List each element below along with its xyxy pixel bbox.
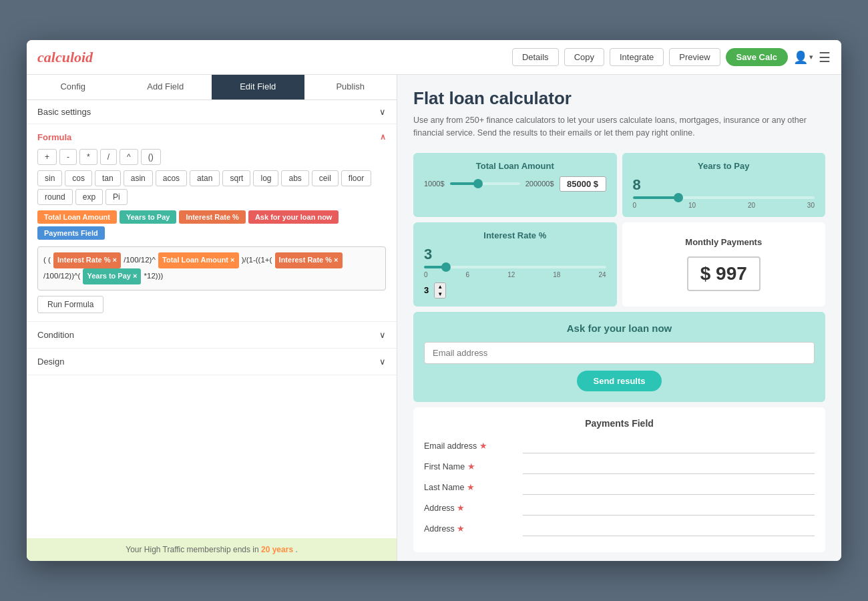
years-value-display: 8 — [633, 176, 815, 194]
math-cos[interactable]: cos — [65, 170, 92, 186]
bottom-period: . — [295, 545, 297, 554]
ask-loan-title: Ask for your loan now — [424, 323, 815, 334]
tab-config[interactable]: Config — [27, 75, 120, 99]
math-divide[interactable]: / — [100, 149, 117, 165]
monthly-payments-value: $ 997 — [687, 256, 761, 291]
payment-row-address1: Address ★ — [424, 500, 815, 516]
expr-interest-rate-2: Interest Rate % × — [275, 252, 343, 268]
expr-total-loan: Total Loan Amount × — [158, 252, 238, 268]
math-sqrt[interactable]: sqrt — [222, 170, 250, 186]
tab-publish[interactable]: Publish — [304, 75, 397, 99]
field-tag-total-loan[interactable]: Total Loan Amount — [37, 210, 117, 224]
math-multiply[interactable]: * — [79, 149, 97, 165]
bottom-highlight: 20 years — [261, 545, 293, 554]
payment-row-lastname: Last Name ★ — [424, 479, 815, 495]
monthly-payments-title: Monthly Payments — [685, 237, 762, 247]
math-sin[interactable]: sin — [37, 170, 62, 186]
payment-lastname-input[interactable] — [523, 479, 815, 495]
basic-settings-header[interactable]: Basic settings ∨ — [27, 100, 397, 124]
payment-address2-input[interactable] — [523, 521, 815, 536]
years-to-pay-title: Years to Pay — [633, 161, 815, 171]
main-content: Config Add Field Edit Field Publish Basi… — [27, 75, 841, 561]
bottom-notice: Your High Traffic membership ends in 20 … — [27, 538, 397, 561]
field-tag-years[interactable]: Years to Pay — [120, 210, 176, 224]
send-results-button[interactable]: Send results — [577, 371, 661, 391]
formula-expression: ( ( Interest Rate % × /100/12)^ Total Lo… — [37, 246, 386, 290]
math-parens[interactable]: () — [141, 149, 161, 165]
total-loan-track[interactable] — [450, 182, 520, 185]
payment-email-label: Email address ★ — [424, 441, 517, 451]
payment-address1-label: Address ★ — [424, 503, 517, 513]
payment-firstname-input[interactable] — [523, 459, 815, 474]
years-thumb[interactable] — [674, 193, 683, 202]
design-label: Design — [37, 357, 64, 367]
math-ops-grid: + - * / ^ () — [37, 149, 386, 165]
preview-button[interactable]: Preview — [669, 48, 720, 66]
total-loan-widget: Total Loan Amount 1000$ 200000$ 85000 $ — [413, 153, 617, 217]
total-loan-thumb[interactable] — [473, 179, 483, 188]
avatar-button[interactable]: 👤 ▾ — [793, 50, 813, 65]
save-button[interactable]: Save Calc — [726, 48, 788, 66]
math-minus[interactable]: - — [59, 149, 77, 165]
years-track[interactable] — [633, 196, 815, 199]
monthly-payments-widget: Monthly Payments $ 997 — [622, 222, 826, 307]
design-chevron: ∨ — [379, 357, 386, 367]
copy-button[interactable]: Copy — [564, 48, 604, 66]
formula-label: Formula — [37, 132, 71, 142]
interest-rate-widget: Interest Rate % 3 06121824 3 ▲ — [413, 222, 617, 307]
math-floor[interactable]: floor — [341, 170, 371, 186]
math-tan[interactable]: tan — [95, 170, 121, 186]
ask-loan-section: Ask for your loan now Send results — [413, 312, 825, 402]
total-loan-min: 1000$ — [424, 180, 445, 188]
payments-title: Payments Field — [424, 418, 815, 429]
tab-add-field[interactable]: Add Field — [120, 75, 212, 99]
payment-email-input[interactable] — [523, 438, 815, 453]
total-loan-title: Total Loan Amount — [424, 161, 606, 171]
run-formula-button[interactable]: Run Formula — [37, 296, 103, 313]
field-tags: Total Loan Amount Years to Pay Interest … — [37, 210, 386, 240]
payment-firstname-label: First Name ★ — [424, 461, 517, 471]
hamburger-icon[interactable]: ☰ — [819, 49, 831, 65]
details-button[interactable]: Details — [512, 48, 559, 66]
math-log[interactable]: log — [253, 170, 278, 186]
mid-widgets-grid: Interest Rate % 3 06121824 3 ▲ — [413, 222, 825, 307]
math-round[interactable]: round — [37, 189, 73, 205]
interest-track[interactable] — [424, 266, 606, 268]
math-abs[interactable]: abs — [281, 170, 308, 186]
years-fill — [633, 196, 678, 199]
interest-down[interactable]: ▼ — [435, 290, 445, 298]
interest-rate-title: Interest Rate % — [424, 230, 606, 240]
field-tag-ask-loan[interactable]: Ask for your loan now — [248, 210, 339, 224]
formula-section: Formula ∧ + - * / ^ () sin cos tan asin — [27, 124, 397, 322]
math-atan[interactable]: atan — [190, 170, 220, 186]
interest-value: 3 — [424, 246, 432, 262]
field-tag-payments[interactable]: Payments Field — [37, 226, 105, 240]
condition-section[interactable]: Condition ∨ — [27, 322, 397, 349]
math-plus[interactable]: + — [37, 149, 57, 165]
payment-lastname-label: Last Name ★ — [424, 482, 517, 492]
math-exp[interactable]: exp — [75, 189, 103, 205]
integrate-button[interactable]: Integrate — [610, 48, 664, 66]
top-widgets-grid: Total Loan Amount 1000$ 200000$ 85000 $ — [413, 153, 825, 217]
math-power[interactable]: ^ — [120, 149, 138, 165]
calc-description: Use any from 250+ finance calculators to… — [413, 114, 825, 140]
payment-address1-input[interactable] — [523, 500, 815, 516]
math-acos[interactable]: acos — [156, 170, 187, 186]
avatar-chevron: ▾ — [809, 53, 813, 61]
loan-email-input[interactable] — [424, 342, 815, 364]
interest-up[interactable]: ▲ — [435, 283, 445, 290]
years-markers: 0102030 — [633, 202, 815, 209]
math-ceil[interactable]: ceil — [312, 170, 339, 186]
design-section[interactable]: Design ∨ — [27, 349, 397, 375]
left-panel: Config Add Field Edit Field Publish Basi… — [27, 75, 397, 561]
tab-edit-field[interactable]: Edit Field — [212, 75, 304, 99]
total-loan-slider-row: 1000$ 200000$ 85000 $ — [424, 176, 606, 192]
math-pi[interactable]: Pi — [105, 189, 128, 205]
math-asin[interactable]: asin — [124, 170, 153, 186]
bottom-notice-text: Your High Traffic membership ends in — [126, 545, 258, 554]
basic-settings-chevron: ∨ — [379, 107, 386, 117]
interest-thumb[interactable] — [441, 262, 451, 272]
math-fns-grid: sin cos tan asin acos atan sqrt log abs … — [37, 170, 386, 205]
formula-header[interactable]: Formula ∧ — [37, 132, 386, 142]
field-tag-interest[interactable]: Interest Rate % — [179, 210, 245, 224]
